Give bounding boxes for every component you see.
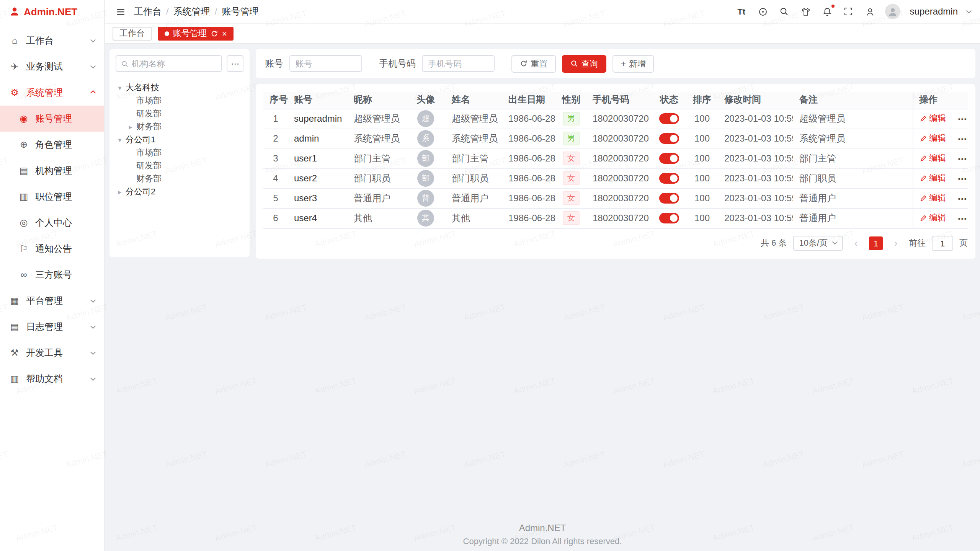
- reset-button[interactable]: 重置: [511, 55, 556, 72]
- current-page-button[interactable]: 1: [869, 236, 883, 250]
- cell-phone: 18020030720: [593, 153, 649, 164]
- sidebar-item-profile-center[interactable]: ◎ 个人中心: [0, 210, 104, 236]
- cell-name: 普通用户: [452, 192, 488, 203]
- tab-account-mgmt[interactable]: 账号管理 ×: [158, 26, 234, 40]
- goto-page-input[interactable]: [932, 235, 953, 251]
- chevron-down-icon[interactable]: [966, 8, 972, 13]
- sidebar-item-notice[interactable]: ⚐ 通知公告: [0, 236, 104, 262]
- locale-icon[interactable]: [757, 5, 769, 18]
- row-more-button[interactable]: ⋯: [958, 134, 967, 145]
- row-more-button[interactable]: ⋯: [958, 174, 967, 184]
- edit-button[interactable]: 编辑: [919, 153, 946, 164]
- status-toggle[interactable]: [659, 114, 679, 124]
- role-icon: ⊕: [18, 139, 29, 150]
- tree-node[interactable]: ▸ 财务部: [116, 120, 243, 133]
- tree-node[interactable]: 研发部: [116, 107, 243, 120]
- breadcrumb-item-workbench[interactable]: 工作台: [134, 5, 162, 18]
- row-more-button[interactable]: ⋯: [958, 214, 967, 224]
- column-header-modified: 修改时间: [718, 92, 793, 109]
- brand-logo-text: Admin.NET: [24, 6, 77, 17]
- caret-closed-icon[interactable]: ▸: [116, 188, 124, 196]
- sidebar-item-org-mgmt[interactable]: ▤ 机构管理: [0, 158, 104, 184]
- edit-icon: [919, 194, 927, 202]
- sidebar-item-third-party-account[interactable]: ∞ 三方账号: [0, 262, 104, 288]
- edit-button[interactable]: 编辑: [919, 173, 946, 184]
- sidebar-item-platform-mgmt[interactable]: ▦ 平台管理: [0, 288, 104, 314]
- page-size-select[interactable]: 10条/页: [793, 235, 843, 251]
- breadcrumb-item-system[interactable]: 系统管理: [173, 5, 210, 18]
- caret-open-icon[interactable]: ▾: [116, 136, 124, 143]
- row-more-button[interactable]: ⋯: [958, 114, 967, 125]
- tree-node[interactable]: ▾ 大名科技: [116, 81, 243, 94]
- status-toggle[interactable]: [659, 173, 679, 184]
- cell-modified: 2023-01-03 10:59:44: [724, 173, 793, 184]
- cell-order: 100: [694, 133, 710, 144]
- chevron-down-icon: [90, 375, 96, 380]
- org-search-input[interactable]: [132, 59, 217, 68]
- tree-node[interactable]: ▾ 分公司1: [116, 133, 243, 146]
- row-more-button[interactable]: ⋯: [958, 194, 967, 204]
- tab-workbench[interactable]: 工作台: [113, 26, 152, 40]
- user-table-card: 序号 账号 昵称 头像 姓名 出生日期 性别 手机号码 状态 排序 修改时间 备…: [256, 84, 975, 258]
- org-more-button[interactable]: ⋯: [227, 55, 243, 72]
- tree-node-label: 大名科技: [126, 82, 159, 93]
- brand-logo[interactable]: Admin.NET: [0, 0, 104, 23]
- sidebar-item-business-test[interactable]: ✈ 业务测试: [0, 54, 104, 80]
- row-more-button[interactable]: ⋯: [958, 154, 967, 165]
- cell-remark: 部门主管: [799, 153, 836, 163]
- position-icon: ▥: [18, 191, 29, 202]
- chevron-down-icon: [90, 37, 96, 42]
- tree-node[interactable]: ▸ 分公司2: [116, 185, 243, 198]
- avatar: 其: [417, 210, 434, 227]
- cell-remark: 系统管理员: [799, 133, 845, 143]
- font-size-icon[interactable]: Tt: [735, 5, 748, 18]
- account-filter-input[interactable]: [289, 55, 362, 72]
- sidebar-item-help-docs[interactable]: ▥ 帮助文档: [0, 366, 104, 392]
- prev-page-button[interactable]: ‹: [849, 236, 863, 250]
- add-button[interactable]: + 新增: [612, 55, 654, 72]
- query-button[interactable]: 查询: [562, 55, 606, 72]
- tree-node[interactable]: 市场部: [116, 146, 243, 159]
- edit-button[interactable]: 编辑: [919, 212, 946, 224]
- cell-remark: 超级管理员: [799, 113, 845, 124]
- status-toggle[interactable]: [659, 213, 679, 224]
- theme-skin-icon[interactable]: [800, 5, 812, 18]
- sidebar-item-role-mgmt[interactable]: ⊕ 角色管理: [0, 132, 104, 158]
- status-toggle[interactable]: [659, 193, 679, 204]
- refresh-icon[interactable]: [211, 29, 218, 37]
- notification-bell-icon[interactable]: [821, 5, 833, 18]
- edit-icon: [919, 214, 927, 222]
- sidebar-item-system[interactable]: ⚙ 系统管理: [0, 80, 104, 106]
- menu-collapse-icon[interactable]: [114, 5, 126, 18]
- search-icon[interactable]: [778, 5, 791, 18]
- next-page-button[interactable]: ›: [889, 236, 903, 250]
- chevron-down-icon: [90, 323, 96, 328]
- tree-node[interactable]: 财务部: [116, 172, 243, 185]
- edit-button[interactable]: 编辑: [919, 113, 946, 124]
- user-settings-icon[interactable]: [864, 5, 876, 18]
- column-header-remark: 备注: [793, 92, 913, 109]
- caret-closed-icon[interactable]: ▸: [126, 123, 135, 130]
- tree-node[interactable]: 市场部: [116, 94, 243, 107]
- sidebar-item-log-mgmt[interactable]: ▤ 日志管理: [0, 314, 104, 340]
- status-toggle[interactable]: [659, 153, 679, 164]
- header-actions: Tt superadmin: [735, 4, 971, 19]
- edit-button[interactable]: 编辑: [919, 192, 946, 204]
- user-avatar[interactable]: [885, 4, 901, 19]
- fullscreen-icon[interactable]: [843, 5, 855, 18]
- cell-phone: 18020030720: [593, 173, 649, 184]
- chevron-up-icon: [90, 90, 96, 95]
- caret-open-icon[interactable]: ▾: [116, 84, 124, 91]
- edit-button[interactable]: 编辑: [919, 133, 946, 144]
- status-toggle[interactable]: [659, 134, 679, 144]
- sidebar-item-dev-tools[interactable]: ⚒ 开发工具: [0, 340, 104, 366]
- phone-filter-label: 手机号码: [379, 57, 416, 70]
- phone-filter-input[interactable]: [422, 55, 495, 72]
- sidebar-item-workbench[interactable]: ⌂ 工作台: [0, 28, 104, 54]
- tree-node[interactable]: 研发部: [116, 159, 243, 172]
- cell-remark: 部门职员: [799, 173, 836, 183]
- username[interactable]: superadmin: [910, 6, 958, 17]
- sidebar-item-account-mgmt[interactable]: ◉ 账号管理: [0, 106, 104, 132]
- sidebar-item-position-mgmt[interactable]: ▥ 职位管理: [0, 184, 104, 210]
- close-icon[interactable]: ×: [222, 29, 227, 38]
